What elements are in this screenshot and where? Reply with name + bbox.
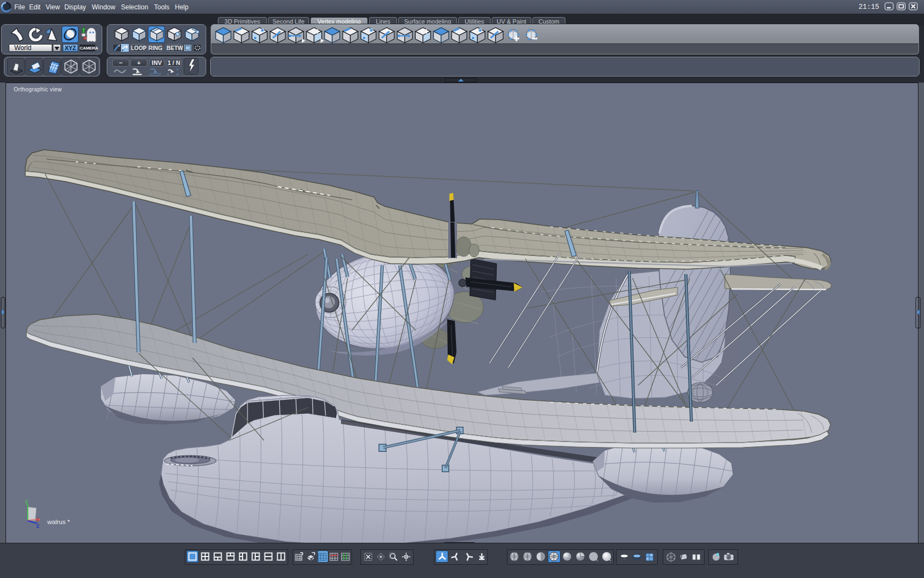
svg-text:walrus *: walrus * [47, 519, 70, 525]
svg-text:z: z [36, 522, 40, 529]
svg-text:x: x [36, 516, 40, 522]
svg-text:y: y [25, 498, 28, 504]
